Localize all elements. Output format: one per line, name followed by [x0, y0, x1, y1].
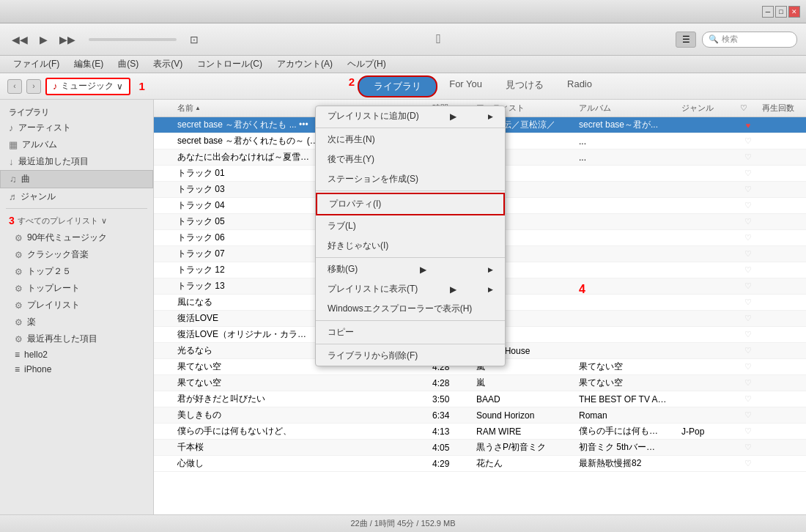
- playlist-item-90s[interactable]: ⚙ 90年代ミュージック: [0, 229, 153, 246]
- menu-account[interactable]: アカウント(A): [270, 56, 340, 73]
- table-row[interactable]: 果てない空 4:28 嵐 果てない空 ♡: [154, 375, 806, 391]
- menu-song[interactable]: 曲(S): [111, 56, 146, 73]
- menu-view[interactable]: 表示(V): [146, 56, 190, 73]
- sidebar-item-label: アルバム: [22, 138, 57, 151]
- content-area: 名前 時間 アーティスト アルバム ジャンル ♡ 再生回数 secret bas…: [154, 100, 806, 514]
- menu-edit[interactable]: 編集(E): [67, 56, 111, 73]
- ctx-item-label: ステーションを作成(S): [328, 173, 418, 185]
- next-button[interactable]: ▶▶: [56, 31, 78, 48]
- cell-artist: Sound Horizon: [473, 410, 576, 421]
- ctx-item-label: プロパティ(I): [329, 198, 381, 210]
- playlist-item-toprate[interactable]: ⚙ トップレート: [0, 280, 153, 297]
- ctx-create-station[interactable]: ステーションを作成(S): [316, 169, 505, 189]
- cell-liked: ♡: [737, 152, 759, 162]
- context-menu: プレイリストに追加(D) ▶ 次に再生(N) 後で再生(Y) ステーションを作成…: [315, 106, 506, 366]
- cell-time: 4:13: [429, 426, 473, 437]
- cell-liked: ♡: [737, 136, 759, 146]
- submenu-arrow-icon: ▶: [420, 265, 426, 275]
- playlist-item-recent-played[interactable]: ⚙ 最近再生した項目: [0, 330, 153, 347]
- label-4: 4: [579, 283, 585, 296]
- playlist-label: 最近再生した項目: [27, 333, 97, 345]
- ctx-add-to-playlist[interactable]: プレイリストに追加(D) ▶: [316, 106, 505, 126]
- cell-artist: 黒うさP/初音ミク: [473, 441, 576, 454]
- cell-album: ...: [576, 152, 679, 163]
- cell-liked: ♡: [737, 443, 759, 452]
- cell-liked: ♡: [737, 346, 759, 355]
- transport-bar: ◀◀ ▶ ▶▶ ⊡  ☰ 🔍 検索: [0, 23, 806, 56]
- gear-icon: ⚙: [15, 284, 23, 294]
- col-genre[interactable]: ジャンル: [679, 103, 737, 114]
- menu-file[interactable]: ファイル(F): [6, 56, 67, 73]
- ctx-show-in-explorer[interactable]: Windowsエクスプローラーで表示(H): [316, 299, 505, 319]
- playlist-item-top25[interactable]: ⚙ トップ２５: [0, 263, 153, 280]
- ctx-love[interactable]: ラブ(L): [316, 216, 505, 236]
- tab-library[interactable]: ライブラリ: [358, 75, 437, 97]
- playlist-item-hello2[interactable]: ≡ hello2: [0, 347, 153, 362]
- apple-logo: : [436, 32, 441, 47]
- cell-liked: ♡: [737, 459, 759, 468]
- ctx-dislike[interactable]: 好きじゃない(I): [316, 236, 505, 256]
- cell-liked: ♡: [737, 169, 759, 178]
- table-row[interactable]: 千本桜 4:05 黒うさP/初音ミク 初音ミク 5thバー… ♡: [154, 440, 806, 456]
- sidebar-item-songs[interactable]: ♫ 曲: [0, 170, 153, 188]
- table-row[interactable]: 心做し 4:29 花たん 最新熱歌慢摇82 ♡: [154, 456, 806, 472]
- search-box[interactable]: 🔍 検索: [702, 32, 797, 48]
- progress-bar[interactable]: [89, 38, 177, 41]
- close-button[interactable]: ✕: [788, 6, 800, 18]
- music-selector[interactable]: ♪ ミュージック ∨: [45, 78, 130, 95]
- tab-discover[interactable]: 見つける: [494, 75, 555, 97]
- cell-liked: ♡: [737, 410, 759, 420]
- main-layout: ライブラリ ♪ アーティスト ▦ アルバム ↓ 最近追加した項目 ♫ 曲 ♬ ジ…: [0, 100, 806, 514]
- sidebar-item-genre[interactable]: ♬ ジャンル: [0, 188, 153, 205]
- cell-name: 千本桜: [174, 441, 429, 454]
- cell-liked: ♡: [737, 362, 759, 372]
- ctx-properties[interactable]: プロパティ(I): [317, 194, 503, 214]
- playlist-item-raku[interactable]: ⚙ 楽: [0, 314, 153, 330]
- minimize-button[interactable]: ─: [762, 6, 774, 18]
- col-plays[interactable]: 再生回数: [759, 103, 803, 114]
- menu-controls[interactable]: コントロール(C): [190, 56, 270, 73]
- ctx-remove-from-library[interactable]: ライブラリから削除(F): [316, 346, 505, 366]
- prev-button[interactable]: ◀◀: [9, 31, 31, 48]
- col-liked[interactable]: ♡: [737, 103, 759, 113]
- table-row[interactable]: 美しきもの 6:34 Sound Horizon Roman ♡: [154, 407, 806, 424]
- maximize-button[interactable]: □: [775, 6, 787, 18]
- artist-icon: ♪: [9, 122, 14, 133]
- sidebar-item-label: アーティスト: [18, 122, 71, 134]
- tab-for-you[interactable]: For You: [437, 75, 494, 97]
- tab-radio[interactable]: Radio: [555, 75, 604, 97]
- cell-liked: ♡: [737, 281, 759, 291]
- col-album[interactable]: アルバム: [576, 103, 679, 114]
- window-controls: ─ □ ✕: [762, 6, 800, 18]
- playlists-toggle[interactable]: 3 すべてのプレイリスト ∨: [0, 212, 153, 229]
- music-selector-label: ミュージック: [61, 80, 114, 92]
- song-icon: ♫: [10, 174, 17, 185]
- chevron-down-icon: ∨: [117, 81, 123, 92]
- sidebar-item-artists[interactable]: ♪ アーティスト: [0, 119, 153, 136]
- submenu-arrow-icon: ▶: [450, 111, 456, 122]
- ctx-show-in-playlist[interactable]: プレイリストに表示(T) ▶: [316, 279, 505, 299]
- menu-help[interactable]: ヘルプ(H): [340, 56, 393, 73]
- nav-forward[interactable]: ›: [26, 79, 41, 94]
- play-button[interactable]: ▶: [37, 31, 51, 48]
- playlist-item-playlist[interactable]: ⚙ プレイリスト: [0, 297, 153, 314]
- cell-artist: RAM WIRE: [473, 426, 576, 437]
- ctx-divider: [316, 320, 505, 321]
- ctx-move[interactable]: 移動(G) ▶: [316, 259, 505, 279]
- playlist-item-classic[interactable]: ⚙ クラシック音楽: [0, 246, 153, 263]
- table-row[interactable]: 僕らの手には何もないけど、 4:13 RAM WIRE 僕らの手には何も… J-…: [154, 424, 806, 440]
- ctx-play-later[interactable]: 後で再生(Y): [316, 149, 505, 169]
- table-row[interactable]: 君が好きだと叫びたい 3:50 BAAD THE BEST OF TV A… ♡: [154, 391, 806, 407]
- airplay-button[interactable]: ⊡: [187, 31, 202, 48]
- nav-back[interactable]: ‹: [7, 79, 22, 94]
- ctx-play-next[interactable]: 次に再生(N): [316, 130, 505, 149]
- sidebar-item-recent[interactable]: ↓ 最近追加した項目: [0, 153, 153, 170]
- cell-genre: J-Pop: [679, 426, 737, 437]
- sidebar-item-albums[interactable]: ▦ アルバム: [0, 136, 153, 153]
- list-view-button[interactable]: ☰: [676, 32, 696, 48]
- cell-album: 果てない空: [576, 377, 679, 389]
- transport-right: ☰ 🔍 検索: [676, 32, 797, 48]
- playlist-item-iphone[interactable]: ≡ iPhone: [0, 362, 153, 377]
- ctx-item-label: 後で再生(Y): [328, 153, 374, 166]
- ctx-copy[interactable]: コピー: [316, 322, 505, 342]
